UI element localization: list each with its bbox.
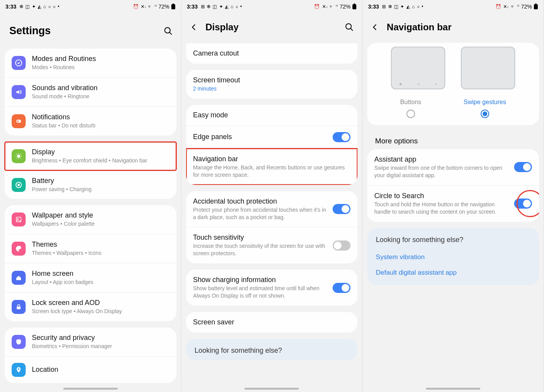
svg-rect-22	[352, 4, 356, 9]
home-indicator[interactable]	[63, 388, 118, 390]
battery-icon	[171, 3, 176, 10]
item-label: Lock screen and AOD	[32, 299, 169, 307]
nav-option-buttons[interactable]: Buttons	[400, 99, 421, 118]
item-sub: Modes • Routines	[32, 64, 169, 71]
settings-item-homescreen[interactable]: Home screen Layout • App icon badges	[5, 263, 176, 292]
display-item-touch-sensitivity[interactable]: Touch sensitivity Increase the touch sen…	[186, 227, 358, 263]
nav-preview: ≡○‹	[367, 43, 539, 99]
svg-point-2	[165, 28, 170, 33]
back-button[interactable]	[370, 23, 380, 32]
link-system-vibration[interactable]: System vibration	[367, 249, 539, 265]
sound-icon	[12, 85, 26, 99]
display-item-screen-saver[interactable]: Screen saver	[186, 312, 358, 333]
option-label: Buttons	[400, 99, 421, 106]
item-sub: Protect your phone from accidental touch…	[193, 206, 327, 221]
item-label: Themes	[32, 240, 169, 249]
settings-item-modes[interactable]: Modes and Routines Modes • Routines	[5, 49, 176, 77]
bell-icon	[12, 114, 26, 128]
item-label: Security and privacy	[32, 334, 169, 342]
svg-point-6	[17, 120, 19, 122]
item-sub: Biometrics • Permission manager	[32, 343, 169, 350]
home-indicator[interactable]	[244, 388, 299, 390]
navbar-content: ≡○‹ Buttons Swipe gestures More options …	[363, 43, 544, 392]
svg-rect-23	[354, 3, 355, 5]
status-time: 3:33	[368, 3, 379, 10]
svg-rect-0	[171, 4, 175, 9]
header: Display	[181, 13, 363, 43]
item-sub: 2 minutes	[193, 85, 351, 92]
display-item-charging-info[interactable]: Show charging information Show battery l…	[186, 270, 358, 306]
navbar-item-circle-to-search[interactable]: Circle to Search Touch and hold the Home…	[367, 185, 539, 222]
display-screen: 3:33 ⊞ ✻ ◫ ✦ ◭ ⌂ ⟐ • ⏰ ✕ᵢ ᯤ ᴵᴵ 72% Displ…	[181, 0, 363, 392]
preview-buttons[interactable]: ≡○‹	[391, 47, 445, 89]
item-label: Touch sensitivity	[193, 233, 327, 242]
svg-line-15	[21, 154, 21, 155]
item-label: Camera cutout	[193, 49, 351, 57]
item-label: Screen timeout	[193, 76, 351, 84]
settings-item-themes[interactable]: Themes Themes • Wallpapers • Icons	[5, 234, 176, 263]
home-indicator[interactable]	[426, 388, 480, 390]
item-sub: Show battery level and estimated time un…	[193, 285, 327, 300]
item-sub: Wallpapers • Color palette	[32, 220, 169, 228]
svg-point-19	[17, 218, 19, 220]
settings-item-display[interactable]: Display Brightness • Eye comfort shield …	[5, 142, 176, 171]
palette-icon	[12, 242, 26, 256]
header: Navigation bar	[363, 13, 544, 43]
battery-icon	[352, 3, 357, 10]
item-sub: Increase the touch sensitivity of the sc…	[193, 242, 327, 257]
back-button[interactable]	[189, 23, 199, 32]
search-button[interactable]	[163, 26, 173, 36]
settings-list: Modes and Routines Modes • Routines Soun…	[0, 49, 181, 392]
more-options-link[interactable]: More options	[367, 131, 539, 149]
display-item-easy-mode[interactable]: Easy mode	[186, 105, 358, 125]
display-item-navigation-bar[interactable]: Navigation bar Manage the Home, Back, an…	[186, 148, 358, 185]
nav-option-swipe[interactable]: Swipe gestures	[464, 99, 506, 118]
sun-icon	[12, 149, 26, 163]
settings-item-location[interactable]: Location	[5, 356, 176, 383]
chevron-left-icon	[371, 23, 379, 31]
charging-info-toggle[interactable]	[333, 283, 350, 293]
item-label: Circle to Search	[374, 192, 508, 200]
item-sub: Status bar • Do not disturb	[32, 122, 169, 129]
item-sub: Touch and hold the Home button or the na…	[374, 201, 508, 216]
search-icon	[164, 26, 173, 36]
item-sub: Brightness • Eye comfort shield • Naviga…	[32, 157, 169, 164]
status-battery: 72%	[340, 3, 350, 10]
radio-icon	[481, 110, 489, 118]
battery-icon	[534, 3, 538, 10]
home-icon	[12, 271, 26, 285]
item-sub: Swipe inward from one of the bottom corn…	[374, 164, 508, 179]
search-button[interactable]	[344, 22, 354, 32]
display-item-edge-panels[interactable]: Edge panels	[186, 125, 358, 148]
item-label: Show charging information	[193, 276, 327, 284]
svg-line-12	[16, 154, 17, 155]
item-label: Sounds and vibration	[32, 84, 169, 92]
status-icons-left: ⊞ ✻ ◫ ✦ ◭ ⌂ ⟐ •	[382, 4, 424, 9]
status-time: 3:33	[5, 3, 16, 10]
settings-item-sounds[interactable]: Sounds and vibration Sound mode • Ringto…	[5, 77, 176, 106]
touch-sensitivity-toggle[interactable]	[333, 240, 350, 251]
display-item-screen-timeout[interactable]: Screen timeout 2 minutes	[186, 70, 358, 99]
svg-line-14	[16, 158, 17, 159]
edge-panels-toggle[interactable]	[333, 132, 350, 142]
settings-item-lockscreen[interactable]: Lock screen and AOD Screen lock type • A…	[5, 292, 176, 321]
status-battery: 72%	[521, 3, 532, 10]
header: Settings	[0, 13, 181, 49]
link-default-assistant[interactable]: Default digital assistant app	[367, 265, 539, 285]
navbar-item-assistant-app[interactable]: Assistant app Swipe inward from one of t…	[367, 149, 539, 185]
settings-item-battery[interactable]: Battery Power saving • Charging	[5, 171, 176, 199]
item-sub: Sound mode • Ringtone	[32, 93, 169, 100]
assistant-app-toggle[interactable]	[514, 162, 532, 172]
svg-point-7	[17, 155, 20, 158]
settings-item-security[interactable]: Security and privacy Biometrics • Permis…	[5, 328, 176, 356]
preview-gestures[interactable]	[461, 47, 515, 89]
status-bar: 3:33 ⊞ ✻ ◫ ✦ ◭ ⌂ ⟐ • ⏰ ✕ᵢ ᯤ ᴵᴵ 72%	[181, 0, 363, 13]
settings-item-notifications[interactable]: Notifications Status bar • Do not distur…	[5, 106, 176, 136]
item-label: Screen saver	[193, 318, 351, 326]
svg-point-17	[17, 184, 20, 186]
settings-item-wallpaper[interactable]: Wallpaper and style Wallpapers • Color p…	[5, 205, 176, 234]
display-item-accidental-touch[interactable]: Accidental touch protection Protect your…	[186, 191, 358, 227]
display-item-camera-cutout[interactable]: Camera cutout	[186, 43, 358, 64]
accidental-touch-toggle[interactable]	[333, 204, 350, 214]
svg-rect-27	[535, 3, 537, 5]
